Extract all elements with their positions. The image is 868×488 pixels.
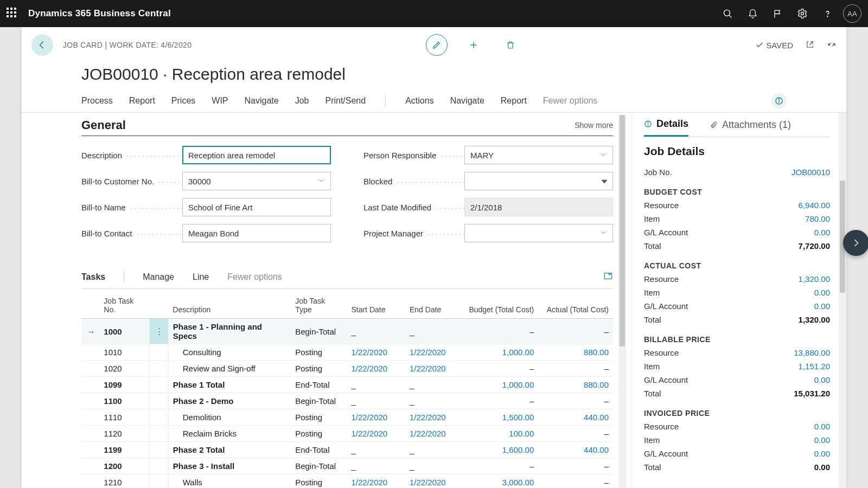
svg-rect-9 — [604, 273, 612, 279]
table-row[interactable]: 1120Reclaim BricksPosting1/22/20201/22/2… — [81, 426, 613, 442]
table-row[interactable]: 1199Phase 2 TotalEnd-Total__1,600.00440.… — [81, 442, 613, 458]
edit-button[interactable] — [426, 34, 448, 56]
tab-print-send[interactable]: Print/Send — [325, 96, 366, 106]
input-last-modified: 2/1/2018 — [464, 198, 613, 216]
table-row[interactable]: 1200Phase 3 - InstallBegin-Total__–– — [81, 458, 613, 474]
tab-separator — [385, 95, 386, 107]
table-row[interactable]: 1210WallsPosting1/22/20201/22/20203,000.… — [81, 474, 613, 489]
col-budget[interactable]: Budget (Total Cost) — [464, 293, 539, 319]
tasks-expand-icon[interactable] — [603, 271, 613, 283]
breadcrumb: JOB CARD | WORK DATE: 4/6/2020 — [63, 41, 192, 49]
tab-process[interactable]: Process — [81, 96, 113, 106]
app-title: Dynamics 365 Business Central — [28, 8, 171, 19]
table-row[interactable]: 1099Phase 1 TotalEnd-Total__1,000.00880.… — [81, 377, 613, 393]
svg-point-3 — [827, 16, 828, 16]
dropdown-caret-icon[interactable] — [602, 177, 607, 186]
kv-jobno-label: Job No. — [644, 168, 672, 177]
input-billto-no[interactable]: 30000 — [182, 172, 331, 190]
tab-report2[interactable]: Report — [501, 96, 527, 106]
new-button[interactable] — [463, 34, 484, 56]
label-billto-contact: Bill-to Contact — [81, 229, 182, 238]
label-billto-name: Bill-to Name — [81, 203, 182, 212]
input-person-responsible[interactable]: MARY — [464, 146, 613, 164]
kv-jobno-value[interactable]: JOB00010 — [792, 168, 830, 177]
chevron-down-icon[interactable] — [317, 177, 325, 186]
tasks-manage[interactable]: Manage — [143, 272, 174, 282]
input-description[interactable]: Reception area remodel — [182, 146, 331, 164]
help-icon[interactable] — [815, 0, 840, 27]
factbox-tab-attachments[interactable]: Attachments (1) — [710, 118, 791, 137]
col-start[interactable]: Start Date — [347, 293, 405, 319]
tasks-toolbar: Tasks Manage Line Fewer options — [81, 265, 613, 289]
table-row[interactable]: →1000⋮Phase 1 - Planning and SpecsBegin-… — [81, 319, 613, 344]
label-description: Description — [81, 151, 182, 160]
user-avatar[interactable]: AA — [843, 4, 861, 23]
notifications-icon[interactable] — [740, 0, 765, 27]
subhead-budget: BUDGET COST — [644, 188, 830, 196]
global-topbar: Dynamics 365 Business Central AA — [0, 0, 868, 27]
input-project-manager[interactable] — [464, 224, 613, 242]
main-scrollbar[interactable] — [618, 115, 626, 488]
label-billto-no: Bill-to Customer No. — [81, 177, 182, 186]
action-tabs: Process Report Prices WIP Navigate Job P… — [22, 89, 846, 113]
col-type[interactable]: Job Task Type — [291, 293, 347, 319]
factbox-tab-details[interactable]: Details — [644, 118, 688, 137]
next-record-button[interactable] — [843, 230, 868, 256]
settings-gear-icon[interactable] — [790, 0, 815, 27]
search-icon[interactable] — [715, 0, 740, 27]
table-row[interactable]: 1010ConsultingPosting1/22/20201/22/20201… — [81, 344, 613, 361]
table-row[interactable]: 1110DemolitionPosting1/22/20201/22/20201… — [81, 409, 613, 426]
page-title: JOB00010 · Reception area remodel — [22, 63, 846, 89]
tasks-separator — [124, 272, 124, 282]
content-area: General Show more Description Reception … — [22, 113, 846, 488]
table-row[interactable]: 1100Phase 2 - DemoBegin-Total__–– — [81, 393, 613, 409]
app-launcher-icon[interactable] — [7, 8, 18, 20]
tasks-fewer[interactable]: Fewer options — [227, 272, 282, 282]
col-end[interactable]: End Date — [405, 293, 464, 319]
tab-prices[interactable]: Prices — [171, 96, 195, 106]
col-task-no[interactable]: Job Task No. — [99, 293, 150, 319]
factbox-toggle-icon[interactable] — [771, 93, 787, 108]
label-project-manager: Project Manager — [363, 229, 464, 238]
factbox-scrollbar[interactable] — [839, 113, 846, 488]
saved-indicator: SAVED — [755, 41, 793, 50]
subhead-invoiced: INVOICED PRICE — [644, 409, 830, 418]
collapse-icon[interactable] — [827, 40, 837, 51]
label-blocked: Blocked — [363, 177, 464, 186]
back-button[interactable] — [31, 34, 53, 56]
tab-job[interactable]: Job — [295, 96, 309, 106]
main-column: General Show more Description Reception … — [22, 113, 631, 488]
show-more-link[interactable]: Show more — [575, 121, 613, 130]
flag-icon[interactable] — [765, 0, 790, 27]
delete-button[interactable] — [500, 34, 521, 56]
subhead-actual: ACTUAL COST — [644, 261, 830, 270]
general-section-header: General Show more — [81, 118, 613, 136]
tab-navigate2[interactable]: Navigate — [450, 96, 484, 106]
open-new-window-icon[interactable] — [805, 40, 815, 51]
general-form: Description Reception area remodel Bill-… — [81, 146, 613, 242]
input-billto-contact[interactable]: Meagan Bond — [182, 224, 331, 242]
chevron-down-icon[interactable] — [599, 151, 607, 160]
factbox-panel: Details Attachments (1) Job Details Job … — [631, 113, 846, 488]
chevron-down-icon[interactable] — [599, 229, 607, 238]
general-title: General — [81, 118, 126, 132]
tab-actions[interactable]: Actions — [405, 96, 433, 106]
col-description[interactable]: Description — [168, 293, 291, 319]
input-blocked[interactable] — [464, 172, 613, 190]
tab-report[interactable]: Report — [129, 96, 155, 106]
svg-line-1 — [729, 15, 731, 17]
label-person-responsible: Person Responsible — [363, 151, 464, 160]
subhead-billable: BILLABLE PRICE — [644, 335, 830, 344]
tab-fewer-options[interactable]: Fewer options — [543, 96, 598, 106]
input-billto-name[interactable]: School of Fine Art — [182, 198, 331, 216]
tasks-table: Job Task No. Description Job Task Type S… — [81, 293, 613, 488]
table-row[interactable]: 1020Review and Sign-offPosting1/22/20201… — [81, 361, 613, 377]
saved-label: SAVED — [766, 41, 793, 50]
svg-point-2 — [801, 12, 804, 15]
tasks-line[interactable]: Line — [193, 272, 209, 282]
tab-wip[interactable]: WIP — [212, 96, 228, 106]
svg-point-0 — [724, 10, 730, 16]
col-actual[interactable]: Actual (Total Cost) — [538, 293, 613, 319]
tasks-tab[interactable]: Tasks — [81, 272, 105, 282]
tab-navigate[interactable]: Navigate — [245, 96, 279, 106]
